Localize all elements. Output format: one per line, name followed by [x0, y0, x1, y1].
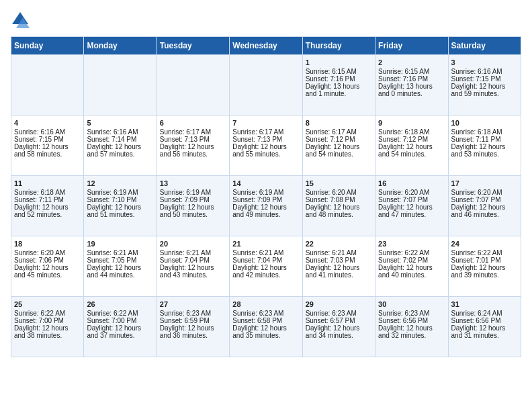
day-info: Sunset: 7:13 PM [160, 136, 226, 143]
day-info: Daylight: 13 hours [306, 83, 372, 90]
calendar-cell: 4Sunrise: 6:16 AMSunset: 7:15 PMDaylight… [11, 116, 84, 176]
day-info: Daylight: 12 hours [14, 203, 81, 211]
week-row-4: 18Sunrise: 6:20 AMSunset: 7:06 PMDayligh… [11, 236, 521, 297]
calendar-cell: 12Sunrise: 6:19 AMSunset: 7:10 PMDayligh… [84, 176, 157, 236]
day-info: and 32 minutes. [378, 332, 445, 339]
day-info: Sunrise: 6:19 AM [232, 189, 299, 196]
day-info: Daylight: 12 hours [451, 324, 518, 332]
day-number: 19 [87, 240, 153, 248]
calendar-cell [11, 55, 84, 116]
calendar-cell: 14Sunrise: 6:19 AMSunset: 7:09 PMDayligh… [230, 176, 302, 236]
calendar-cell: 23Sunrise: 6:22 AMSunset: 7:02 PMDayligh… [375, 236, 448, 297]
day-info: Daylight: 12 hours [378, 203, 445, 211]
day-info: Daylight: 12 hours [451, 83, 518, 90]
calendar-cell: 29Sunrise: 6:23 AMSunset: 6:57 PMDayligh… [302, 297, 375, 357]
day-info: and 43 minutes. [160, 271, 226, 279]
day-info: Sunrise: 6:17 AM [306, 128, 372, 136]
day-info: Daylight: 12 hours [87, 264, 153, 271]
day-info: Sunset: 7:12 PM [306, 136, 372, 143]
calendar-cell: 26Sunrise: 6:22 AMSunset: 7:00 PMDayligh… [84, 297, 157, 357]
calendar-cell: 13Sunrise: 6:19 AMSunset: 7:09 PMDayligh… [157, 176, 229, 236]
day-info: Sunrise: 6:21 AM [160, 249, 226, 257]
header-day-sunday: Sunday [11, 37, 84, 55]
day-info: and 54 minutes. [306, 150, 372, 158]
header-day-tuesday: Tuesday [157, 37, 229, 55]
day-info: Sunrise: 6:19 AM [87, 189, 153, 196]
day-info: Sunset: 7:06 PM [14, 257, 81, 264]
day-number: 31 [451, 300, 518, 308]
day-number: 14 [232, 179, 299, 187]
calendar-cell [84, 55, 157, 116]
day-info: and 37 minutes. [87, 332, 153, 339]
day-info: Sunset: 7:07 PM [378, 196, 445, 203]
day-info: Sunset: 7:11 PM [14, 196, 81, 203]
day-info: and 59 minutes. [451, 90, 518, 97]
day-info: Sunset: 6:58 PM [232, 317, 299, 324]
calendar-cell [230, 55, 302, 116]
logo [11, 11, 34, 30]
day-info: and 58 minutes. [14, 150, 81, 158]
calendar-cell: 27Sunrise: 6:23 AMSunset: 6:59 PMDayligh… [157, 297, 229, 357]
calendar-cell: 28Sunrise: 6:23 AMSunset: 6:58 PMDayligh… [230, 297, 302, 357]
header-day-wednesday: Wednesday [230, 37, 302, 55]
day-number: 22 [306, 240, 372, 248]
day-number: 8 [306, 119, 372, 127]
day-info: and 52 minutes. [14, 211, 81, 218]
calendar-cell: 18Sunrise: 6:20 AMSunset: 7:06 PMDayligh… [11, 236, 84, 297]
day-info: Sunset: 7:03 PM [306, 257, 372, 264]
day-info: Sunrise: 6:21 AM [232, 249, 299, 257]
calendar-cell [157, 55, 229, 116]
day-info: and 57 minutes. [87, 150, 153, 158]
calendar-cell: 16Sunrise: 6:20 AMSunset: 7:07 PMDayligh… [375, 176, 448, 236]
logo-icon [11, 11, 30, 30]
day-info: and 39 minutes. [451, 271, 518, 279]
day-info: Sunrise: 6:23 AM [378, 310, 445, 317]
day-info: Sunrise: 6:19 AM [160, 189, 226, 196]
day-number: 29 [306, 300, 372, 308]
week-row-5: 25Sunrise: 6:22 AMSunset: 7:00 PMDayligh… [11, 297, 521, 357]
day-info: Sunrise: 6:20 AM [378, 189, 445, 196]
calendar-cell: 2Sunrise: 6:15 AMSunset: 7:16 PMDaylight… [375, 55, 448, 116]
day-info: Sunrise: 6:21 AM [306, 249, 372, 257]
day-number: 11 [14, 179, 81, 187]
day-info: Sunset: 7:11 PM [451, 136, 518, 143]
day-info: Sunrise: 6:24 AM [451, 310, 518, 317]
day-info: and 34 minutes. [306, 332, 372, 339]
day-info: Sunset: 7:01 PM [451, 257, 518, 264]
day-info: and 53 minutes. [451, 150, 518, 158]
day-info: Daylight: 12 hours [451, 143, 518, 150]
day-number: 9 [378, 119, 445, 127]
calendar-cell: 5Sunrise: 6:16 AMSunset: 7:14 PMDaylight… [84, 116, 157, 176]
day-info: Daylight: 12 hours [451, 264, 518, 271]
day-number: 13 [160, 179, 226, 187]
calendar-cell: 1Sunrise: 6:15 AMSunset: 7:16 PMDaylight… [302, 55, 375, 116]
day-info: and 41 minutes. [306, 271, 372, 279]
day-info: Sunset: 7:07 PM [451, 196, 518, 203]
day-info: Sunset: 7:00 PM [14, 317, 81, 324]
header-day-saturday: Saturday [448, 37, 521, 55]
day-info: Sunset: 7:04 PM [232, 257, 299, 264]
page-header [11, 11, 521, 30]
day-info: Sunrise: 6:16 AM [14, 128, 81, 136]
header-day-thursday: Thursday [302, 37, 375, 55]
day-info: Sunrise: 6:16 AM [87, 128, 153, 136]
calendar-cell: 22Sunrise: 6:21 AMSunset: 7:03 PMDayligh… [302, 236, 375, 297]
calendar-cell: 24Sunrise: 6:22 AMSunset: 7:01 PMDayligh… [448, 236, 521, 297]
day-info: and 46 minutes. [451, 211, 518, 218]
calendar-cell: 15Sunrise: 6:20 AMSunset: 7:08 PMDayligh… [302, 176, 375, 236]
day-info: Sunrise: 6:18 AM [451, 128, 518, 136]
day-info: Sunrise: 6:18 AM [14, 189, 81, 196]
calendar-cell: 19Sunrise: 6:21 AMSunset: 7:05 PMDayligh… [84, 236, 157, 297]
calendar-header: SundayMondayTuesdayWednesdayThursdayFrid… [11, 37, 521, 55]
calendar-cell: 30Sunrise: 6:23 AMSunset: 6:56 PMDayligh… [375, 297, 448, 357]
day-info: Daylight: 12 hours [87, 203, 153, 211]
day-info: Sunrise: 6:23 AM [160, 310, 226, 317]
day-info: Sunset: 7:00 PM [87, 317, 153, 324]
day-info: and 1 minute. [306, 90, 372, 97]
day-info: Sunset: 7:16 PM [378, 75, 445, 83]
week-row-1: 1Sunrise: 6:15 AMSunset: 7:16 PMDaylight… [11, 55, 521, 116]
day-info: Sunset: 7:09 PM [160, 196, 226, 203]
day-info: Daylight: 12 hours [378, 264, 445, 271]
day-info: and 48 minutes. [306, 211, 372, 218]
day-info: and 51 minutes. [87, 211, 153, 218]
